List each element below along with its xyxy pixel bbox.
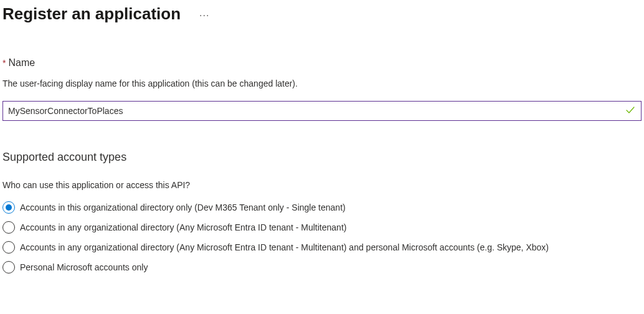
radio-icon bbox=[2, 201, 15, 214]
radio-icon bbox=[2, 241, 15, 254]
account-types-radio-group: Accounts in this organizational director… bbox=[2, 201, 642, 274]
radio-label: Personal Microsoft accounts only bbox=[20, 261, 153, 274]
name-input-wrapper bbox=[2, 101, 642, 121]
page-title: Register an application bbox=[2, 4, 181, 25]
name-field-description: The user-facing display name for this ap… bbox=[2, 78, 642, 88]
name-label-row: *Name bbox=[2, 57, 642, 69]
radio-label: Accounts in this organizational director… bbox=[20, 201, 351, 214]
account-type-option-multitenant-personal[interactable]: Accounts in any organizational directory… bbox=[2, 241, 642, 254]
radio-label: Accounts in any organizational directory… bbox=[20, 241, 554, 254]
required-star-icon: * bbox=[2, 58, 6, 68]
account-type-option-multitenant[interactable]: Accounts in any organizational directory… bbox=[2, 221, 642, 234]
account-type-option-single-tenant[interactable]: Accounts in this organizational director… bbox=[2, 201, 642, 214]
account-types-section: Supported account types Who can use this… bbox=[0, 151, 644, 274]
account-types-heading: Supported account types bbox=[2, 151, 642, 164]
name-section: *Name The user-facing display name for t… bbox=[0, 57, 644, 121]
account-types-question: Who can use this application or access t… bbox=[2, 180, 642, 190]
page-header: Register an application ··· bbox=[0, 0, 644, 25]
account-type-option-personal-only[interactable]: Personal Microsoft accounts only bbox=[2, 261, 642, 274]
name-field-label: Name bbox=[8, 57, 35, 68]
radio-label: Accounts in any organizational directory… bbox=[20, 221, 351, 234]
radio-icon bbox=[2, 221, 15, 234]
radio-icon bbox=[2, 261, 15, 274]
more-actions-icon[interactable]: ··· bbox=[196, 8, 213, 23]
application-name-input[interactable] bbox=[2, 101, 642, 121]
